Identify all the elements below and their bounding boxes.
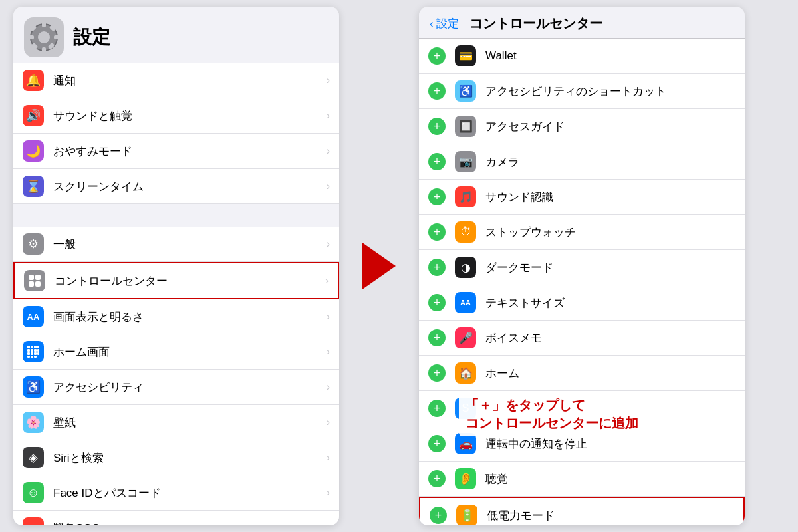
ctrl-row-stopwatch[interactable]: + ⏱ ストップウォッチ (419, 215, 745, 250)
ctrl-row-battery-mode[interactable]: + 🔋 低電力モード (419, 497, 745, 525)
ctrl-row-voice-memo[interactable]: + 🎤 ボイスメモ (419, 321, 745, 356)
ctrl-row-camera[interactable]: + 📷 カメラ (419, 144, 745, 180)
sound-recognition-label: サウンド認識 (485, 190, 735, 205)
settings-row-siri[interactable]: ◈ Siriと検索 › (13, 440, 339, 475)
svg-rect-11 (29, 275, 34, 280)
add-access-guide-button[interactable]: + (428, 118, 446, 135)
svg-rect-25 (34, 352, 37, 355)
access-guide-label: アクセスガイド (485, 119, 735, 134)
chevron-icon: › (327, 522, 330, 525)
settings-row-notifications[interactable]: 🔔 通知 › (13, 63, 339, 98)
settings-row-sound[interactable]: 🔊 サウンドと触覚 › (13, 98, 339, 134)
chevron-icon: › (327, 145, 330, 157)
svg-rect-27 (27, 356, 30, 358)
settings-row-accessibility[interactable]: ♿ アクセシビリティ › (13, 370, 339, 405)
settings-row-faceid[interactable]: ☺ Face IDとパスコード › (13, 475, 339, 511)
siri-label: Siriと検索 (53, 450, 327, 466)
navigation-arrow (359, 243, 399, 289)
ctrl-row-home[interactable]: + 🏠 ホーム (419, 356, 745, 391)
settings-row-wallpaper[interactable]: 🌸 壁紙 › (13, 405, 339, 440)
ctrl-row-dark-mode[interactable]: + ◑ ダークモード (419, 250, 745, 285)
add-sound-recognition-button[interactable]: + (428, 188, 446, 205)
chevron-icon: › (327, 452, 330, 464)
settings-row-controlcenter[interactable]: コントロールセンター › (13, 262, 339, 299)
svg-point-2 (38, 31, 50, 43)
back-chevron-icon: ‹ (430, 17, 434, 31)
add-stopwatch-button[interactable]: + (428, 223, 446, 241)
homescreen-icon-svg (27, 345, 40, 358)
svg-rect-21 (34, 349, 37, 352)
ctrl-row-sound-recognition[interactable]: + 🎵 サウンド認識 (419, 180, 745, 215)
add-voice-memo-button[interactable]: + (428, 329, 446, 346)
add-drive-notice-button[interactable]: + (428, 435, 446, 452)
screentime-icon: ⌛ (23, 176, 44, 197)
svg-rect-5 (28, 35, 34, 39)
svg-rect-4 (42, 47, 46, 53)
chevron-icon: › (327, 110, 330, 122)
homescreen-label: ホーム画面 (53, 344, 327, 360)
battery-mode-label: 低電力モード (487, 508, 734, 523)
general-label: 一般 (53, 237, 327, 252)
svg-rect-29 (34, 356, 37, 358)
add-wallet-button[interactable]: + (428, 47, 446, 65)
stopwatch-label: ストップウォッチ (485, 225, 735, 240)
add-home-button[interactable]: + (428, 364, 446, 382)
add-hearing-button[interactable]: + (428, 470, 446, 487)
ctrl-row-wallet[interactable]: + 💳 Wallet (419, 39, 745, 74)
control-center-list: + 💳 Wallet + ♿ アクセシビリティのショートカット + 🔲 アクセス… (419, 39, 745, 525)
add-battery-mode-button[interactable]: + (430, 507, 447, 524)
sound-label: サウンドと触覚 (53, 108, 327, 124)
arrow-right-icon (362, 243, 396, 289)
settings-panel: 設定 🔔 通知 › 🔊 サウンドと触覚 › 🌙 おやすみモード › (13, 7, 339, 525)
ctrl-row-hearing[interactable]: + 👂 聴覚 (419, 462, 745, 497)
text-size-label: テキストサイズ (485, 295, 735, 311)
settings-row-display[interactable]: AA 画面表示と明るさ › (13, 299, 339, 334)
settings-row-general[interactable]: ⚙ 一般 › (13, 227, 339, 262)
dark-mode-label: ダークモード (485, 260, 735, 275)
settings-group-2: ⚙ 一般 › コントロールセンター › (13, 227, 339, 525)
svg-rect-13 (29, 281, 34, 287)
control-center-title: コントロールセンター (469, 15, 602, 33)
annotation-text-line1: 「＋」をタップして (466, 396, 638, 414)
access-guide-icon: 🔲 (455, 116, 476, 137)
screentime-label: スクリーンタイム (53, 179, 327, 194)
text-size-icon: AA (455, 292, 476, 313)
wallet-icon: 💳 (455, 45, 476, 66)
back-button[interactable]: ‹ 設定 (430, 16, 459, 31)
settings-row-dnd[interactable]: 🌙 おやすみモード › (13, 134, 339, 169)
svg-rect-12 (35, 275, 41, 280)
hearing-label: 聴覚 (485, 471, 735, 487)
svg-rect-6 (54, 35, 60, 39)
add-text-size-button[interactable]: + (428, 294, 446, 311)
display-label: 画面表示と明るさ (53, 309, 327, 325)
chevron-icon: › (327, 180, 330, 192)
annotation-block: 「＋」をタップして コントロールセンターに追加 (459, 392, 645, 436)
add-shazam-button[interactable]: + (428, 400, 446, 417)
wallpaper-icon: 🌸 (23, 412, 44, 433)
settings-row-sos[interactable]: SOS 緊急SOS › (13, 511, 339, 525)
controlcenter-icon (24, 270, 45, 291)
svg-rect-22 (37, 349, 39, 352)
svg-rect-18 (37, 346, 39, 348)
faceid-icon: ☺ (23, 482, 44, 503)
chevron-icon: › (327, 346, 330, 358)
ctrl-row-accessibility-shortcut[interactable]: + ♿ アクセシビリティのショートカット (419, 74, 745, 109)
stopwatch-icon: ⏱ (455, 221, 476, 243)
settings-row-homescreen[interactable]: ホーム画面 › (13, 334, 339, 370)
add-accessibility-shortcut-button[interactable]: + (428, 82, 446, 100)
svg-rect-26 (37, 352, 39, 355)
ctrl-row-text-size[interactable]: + AA テキストサイズ (419, 285, 745, 321)
chevron-icon: › (327, 416, 330, 428)
sound-icon: 🔊 (23, 105, 44, 126)
add-dark-mode-button[interactable]: + (428, 259, 446, 276)
ctrl-row-access-guide[interactable]: + 🔲 アクセスガイド (419, 109, 745, 144)
ctrl-row-shazam-annotation: + S 「＋」をタップして コントロールセンターに追加 (419, 391, 745, 426)
dark-mode-icon: ◑ (455, 257, 476, 278)
dnd-icon: 🌙 (23, 140, 44, 162)
camera-label: カメラ (485, 154, 735, 170)
add-camera-button[interactable]: + (428, 153, 446, 170)
settings-row-screentime[interactable]: ⌛ スクリーンタイム › (13, 169, 339, 204)
settings-app-icon (24, 17, 64, 57)
voice-memo-label: ボイスメモ (485, 331, 735, 346)
settings-header: 設定 (13, 7, 339, 63)
